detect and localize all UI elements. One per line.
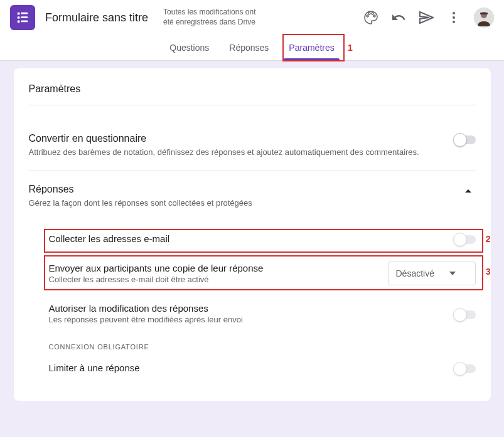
login-section-label: CONNEXION OBLIGATOIRE: [49, 343, 476, 351]
tab-settings[interactable]: Paramètres: [279, 35, 344, 60]
save-status: Toutes les modifications ont été enregis…: [163, 8, 264, 27]
allow-edit-title: Autoriser la modification des réponses: [49, 303, 444, 314]
svg-rect-0: [18, 13, 20, 15]
svg-point-8: [453, 21, 455, 23]
forms-logo-icon[interactable]: [10, 5, 35, 30]
tab-responses[interactable]: Réponses: [219, 35, 279, 60]
quiz-section-title: Convertir en questionnaire: [29, 133, 444, 144]
collect-email-toggle[interactable]: [454, 235, 476, 244]
svg-rect-3: [21, 16, 28, 18]
undo-icon[interactable]: [391, 10, 406, 25]
chevron-up-icon[interactable]: [461, 184, 476, 199]
svg-rect-4: [18, 21, 20, 23]
responses-section-title: Réponses: [29, 184, 451, 195]
palette-icon[interactable]: [363, 10, 378, 25]
limit-one-toggle[interactable]: [454, 364, 476, 373]
send-icon[interactable]: [419, 10, 434, 25]
quiz-section-desc: Attribuez des barèmes de notation, défin…: [29, 147, 444, 158]
svg-rect-2: [18, 16, 20, 19]
send-copy-dropdown[interactable]: Désactivé: [388, 262, 476, 285]
limit-one-title: Limiter à une réponse: [49, 362, 444, 373]
svg-rect-1: [21, 13, 28, 14]
svg-rect-5: [21, 21, 28, 23]
avatar[interactable]: [474, 8, 494, 28]
tab-questions[interactable]: Questions: [159, 35, 219, 60]
allow-edit-toggle[interactable]: [454, 310, 476, 319]
allow-edit-desc: Les réponses peuvent être modifiées aprè…: [49, 315, 444, 324]
annotation-label-2: 2: [486, 234, 491, 244]
annotation-label-1: 1: [348, 43, 353, 53]
more-vert-icon[interactable]: [446, 10, 461, 25]
svg-point-7: [453, 16, 455, 19]
collect-email-title: Collecter les adresses e-mail: [49, 233, 444, 244]
annotation-label-3: 3: [486, 267, 491, 277]
send-copy-desc: Collecter les adresses e-mail doit être …: [49, 275, 378, 284]
form-title[interactable]: Formulaire sans titre: [45, 11, 148, 24]
svg-point-6: [453, 12, 455, 14]
page-title: Paramètres: [29, 83, 476, 105]
quiz-toggle[interactable]: [454, 135, 476, 144]
svg-rect-11: [480, 13, 488, 14]
responses-section-desc: Gérez la façon dont les réponses sont co…: [29, 198, 451, 209]
send-copy-title: Envoyer aux participants une copie de le…: [49, 263, 378, 273]
